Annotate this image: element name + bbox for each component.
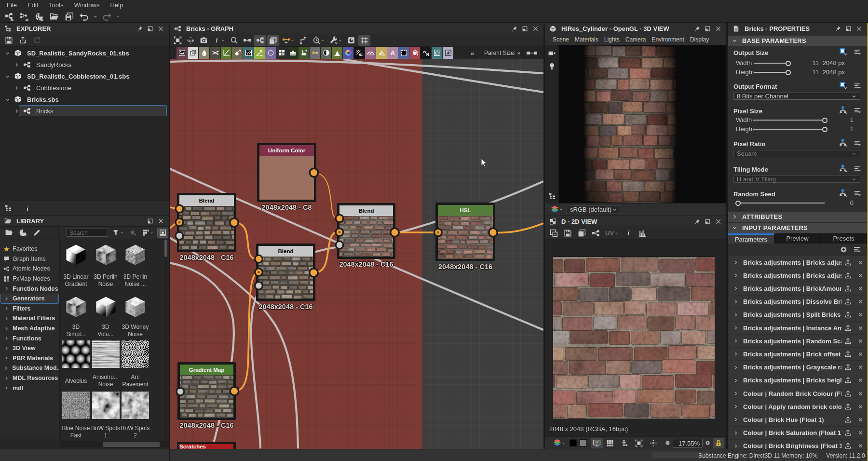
link-creation-icon[interactable]: [241, 35, 253, 46]
3d-menu-display[interactable]: Display: [687, 36, 712, 43]
thumbnail-view-icon[interactable]: [157, 228, 168, 238]
link-routing-icon[interactable]: [298, 35, 310, 46]
pin-icon[interactable]: [832, 24, 843, 33]
x-small-icon[interactable]: [854, 404, 867, 410]
symmetry-node-button[interactable]: [376, 47, 387, 59]
menu-lines-icon[interactable]: [854, 190, 861, 197]
chevron-right-icon[interactable]: [729, 417, 743, 422]
menu-file[interactable]: File: [1, 0, 22, 11]
new-folder-icon[interactable]: [2, 227, 16, 239]
chevron-down-icon[interactable]: [2, 73, 13, 80]
plus-circle-icon[interactable]: [703, 437, 713, 449]
safe-transform-node-button[interactable]: [243, 47, 254, 59]
menu-lines-icon[interactable]: [854, 107, 861, 114]
input-parameter-row[interactable]: Bricks adjustments | Bricks height (: [729, 374, 867, 387]
chevron-right-icon[interactable]: [729, 391, 743, 396]
library-category-atomic-nodes[interactable]: Atomic Nodes: [0, 264, 59, 274]
input-parameter-row[interactable]: Bricks adjustments | Instance Amou: [729, 322, 867, 334]
distance-node-button[interactable]: [254, 47, 265, 59]
x-small-icon[interactable]: [854, 312, 867, 318]
uv-toggle[interactable]: UV: [603, 228, 622, 239]
x-small-icon[interactable]: [854, 259, 867, 266]
input-parameter-row[interactable]: Bricks adjustments | Brick offset (Fl: [729, 348, 867, 360]
search-input[interactable]: [67, 229, 108, 237]
redo-icon[interactable]: [99, 11, 114, 22]
input-parameter-row[interactable]: Bricks adjustments | Random Scale: [729, 335, 867, 347]
chevron-right-icon[interactable]: [729, 285, 743, 291]
menu-lines-icon[interactable]: [854, 48, 861, 56]
chevron-right-icon[interactable]: [729, 338, 743, 344]
x-small-icon[interactable]: [854, 377, 867, 383]
color-layers-icon[interactable]: [551, 437, 568, 449]
tab-parameters[interactable]: Parameters: [728, 233, 774, 244]
3d-viewport[interactable]: [545, 45, 726, 203]
star-add-icon[interactable]: [128, 227, 138, 239]
menu-lines-icon[interactable]: [854, 165, 861, 173]
library-item-arc-pavement[interactable]: Arc Pavement: [122, 340, 149, 368]
library-category-favorites[interactable]: Favorites: [0, 244, 59, 254]
close-icon[interactable]: [530, 24, 541, 33]
node-toolbar-overflow[interactable]: »: [471, 47, 474, 59]
input-parameter-row[interactable]: Bricks adjustments | Split Bricks (Fl: [729, 309, 867, 321]
library-item-3d-worley-noise[interactable]: 3D Worley Noise: [124, 296, 147, 318]
info-icon[interactable]: i: [22, 203, 33, 214]
expose-tree-icon[interactable]: [839, 106, 848, 114]
tab-preview[interactable]: Preview: [774, 233, 821, 244]
new-substance-graph-icon[interactable]: [2, 11, 17, 22]
x-small-icon[interactable]: [854, 325, 867, 331]
add-resource-icon[interactable]: [16, 227, 30, 239]
chevron-right-icon[interactable]: [729, 325, 743, 331]
input-parameter-row[interactable]: Colour | Random Brick Colour (Floa: [729, 387, 867, 400]
library-category-graph-items[interactable]: Graph Items: [0, 254, 59, 264]
upload-icon[interactable]: [841, 272, 854, 279]
lock-icon[interactable]: [713, 438, 724, 448]
copy-image-icon[interactable]: [575, 228, 589, 239]
height-blend-node-button[interactable]: [287, 47, 298, 59]
2d-viewport[interactable]: 2048 x 2048 (RGBA, 16bpc): [545, 240, 726, 436]
library-item-bnw-spots-2[interactable]: BnW Spots 2: [122, 392, 149, 419]
slider-track[interactable]: [754, 72, 788, 73]
chevron-right-icon[interactable]: [729, 351, 743, 357]
zoom-level-field[interactable]: 17.55%: [673, 439, 703, 447]
input-parameter-row[interactable]: Colour | Brick Saturation (Float 1): [729, 427, 867, 439]
library-category-functions[interactable]: Functions: [0, 333, 59, 343]
fit-view-icon[interactable]: [172, 35, 184, 46]
close-icon[interactable]: [854, 24, 864, 33]
section-base-parameters[interactable]: BASE PARAMETERS: [728, 36, 867, 46]
3d-menu-scene[interactable]: Scene: [550, 36, 572, 43]
grid-snap-icon[interactable]: [358, 35, 370, 46]
input-parameter-row[interactable]: Colour | Apply random brick colour: [729, 400, 867, 413]
x-small-icon[interactable]: [854, 430, 867, 436]
upload-icon[interactable]: [841, 285, 854, 292]
random-seed-knob[interactable]: [735, 201, 741, 206]
library-vertical-scrollbar[interactable]: [164, 240, 167, 439]
upload-icon[interactable]: [841, 364, 854, 371]
actual-size-icon[interactable]: 1:1: [185, 35, 197, 46]
curve-edit-node-button[interactable]: [365, 47, 376, 59]
chevron-right-icon[interactable]: [729, 378, 743, 383]
pixel-ratio-dropdown[interactable]: Square: [733, 150, 860, 157]
random-seed-track[interactable]: [738, 203, 825, 203]
parent-size-label[interactable]: Parent Size: »: [484, 47, 520, 59]
flood-fill-node-button[interactable]: [409, 47, 420, 59]
x-small-icon[interactable]: [854, 285, 867, 292]
chevron-down-icon[interactable]: [2, 96, 13, 103]
output-format-dropdown[interactable]: 8 Bits per Channel: [733, 93, 860, 100]
grid-view-icon[interactable]: [141, 227, 155, 239]
chevron-right-icon[interactable]: [729, 272, 743, 278]
upload-icon[interactable]: [841, 311, 854, 318]
screenshot-icon[interactable]: [198, 35, 210, 46]
tree-item-bricks-sbs[interactable]: Bricks.sbs: [0, 94, 169, 105]
grayscale-conversion-node-button[interactable]: 01: [354, 47, 365, 59]
timing-icon[interactable]: [311, 35, 327, 46]
foreground-color-swatch[interactable]: [578, 437, 588, 449]
fit-frame-icon[interactable]: [632, 437, 646, 449]
chevron-right-icon[interactable]: [729, 312, 743, 318]
library-category-filters[interactable]: Filters: [0, 304, 59, 314]
x-small-icon[interactable]: [854, 298, 867, 305]
library-category-pbr-materials[interactable]: PBR Materials: [0, 353, 59, 364]
input-parameter-row[interactable]: Bricks adjustments | Grayscale rand: [729, 361, 867, 374]
gradient-node-button[interactable]: [321, 47, 331, 59]
tile-sampler-node-button[interactable]: [276, 47, 287, 59]
close-icon[interactable]: [155, 217, 166, 225]
